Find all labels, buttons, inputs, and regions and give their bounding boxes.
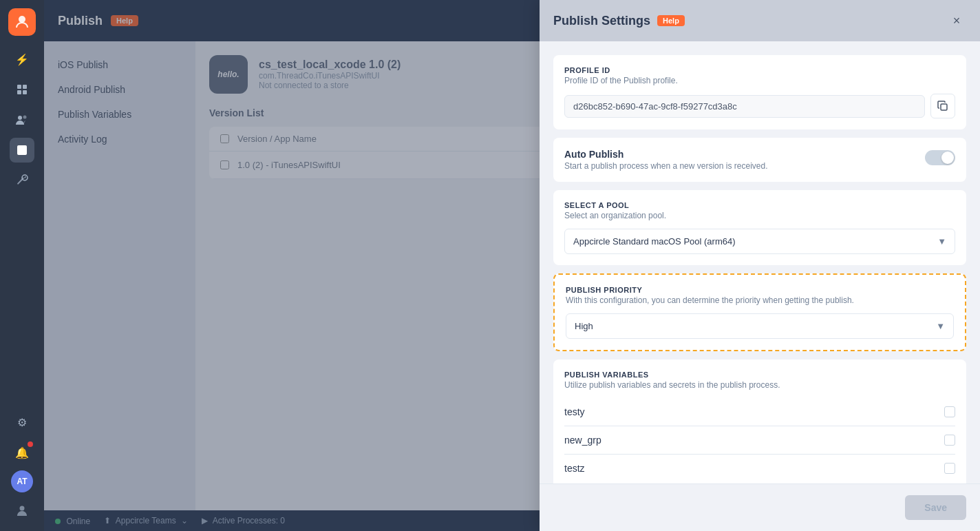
svg-rect-8: [19, 149, 25, 150]
profile-id-desc: Profile ID of the Publish profile.: [564, 76, 955, 85]
pool-select-value: Appcircle Standard macOS Pool (arm64): [573, 236, 736, 247]
grid-icon[interactable]: [10, 77, 34, 102]
svg-rect-1: [17, 85, 21, 89]
svg-point-6: [23, 116, 27, 119]
publish-variables-desc: Utilize publish variables and secrets in…: [564, 380, 955, 390]
toggle-row: Auto Publish Start a publish process whe…: [564, 149, 955, 171]
svg-rect-4: [23, 90, 27, 94]
app-logo[interactable]: [8, 8, 36, 36]
profile-id-label: PROFILE ID: [564, 66, 955, 74]
panel-help-badge[interactable]: Help: [657, 15, 685, 26]
variable-name: testz: [564, 463, 585, 474]
svg-point-0: [19, 16, 25, 23]
publish-variables-label: PUBLISH VARIABLES: [564, 371, 955, 379]
variable-checkbox[interactable]: [944, 406, 955, 417]
publish-icon[interactable]: [10, 138, 34, 163]
select-pool-section: SELECT A POOL Select an organization poo…: [553, 190, 966, 265]
variable-name: testy: [564, 406, 585, 417]
pool-select-arrow: ▼: [937, 236, 946, 247]
profile-id-row: d26bc852-b690-47ac-9cf8-f59277cd3a8c: [564, 94, 955, 118]
main-area: Publish Help iOS Publish Android Publish…: [44, 0, 980, 531]
priority-select-value: High: [575, 321, 593, 331]
notification-icon[interactable]: 🔔: [10, 440, 34, 465]
svg-rect-3: [17, 90, 21, 94]
auto-publish-toggle[interactable]: [925, 150, 955, 165]
profile-id-value: d26bc852-b690-47ac-9cf8-f59277cd3a8c: [564, 95, 925, 118]
users-icon[interactable]: [10, 107, 34, 132]
pipeline-icon[interactable]: ⚡: [10, 47, 34, 72]
panel-header-left: Publish Settings Help: [553, 14, 685, 28]
auto-publish-desc: Start a publish process when a new versi…: [564, 161, 767, 171]
user-avatar[interactable]: AT: [11, 470, 33, 492]
publish-priority-label: PUBLISH PRIORITY: [566, 286, 954, 294]
select-pool-label: SELECT A POOL: [564, 201, 955, 209]
panel-title: Publish Settings: [553, 14, 650, 28]
tools-icon[interactable]: [10, 168, 34, 193]
copy-button[interactable]: [930, 94, 955, 118]
priority-select-dropdown[interactable]: High ▼: [566, 313, 954, 339]
toggle-info: Auto Publish Start a publish process whe…: [564, 149, 767, 171]
svg-rect-12: [941, 104, 947, 110]
variable-checkbox[interactable]: [944, 435, 955, 446]
svg-point-11: [20, 506, 25, 511]
close-button[interactable]: ×: [947, 11, 966, 30]
publish-variables-section: PUBLISH VARIABLES Utilize publish variab…: [553, 360, 966, 483]
svg-rect-9: [19, 151, 23, 152]
auto-publish-title: Auto Publish: [564, 149, 767, 160]
list-item: testz: [564, 455, 955, 482]
list-item: testy: [564, 398, 955, 426]
variable-checkbox[interactable]: [944, 463, 955, 474]
list-item: new_grp: [564, 426, 955, 455]
publish-priority-desc: With this configuration, you can determi…: [566, 295, 954, 305]
panel-body: PROFILE ID Profile ID of the Publish pro…: [540, 41, 980, 483]
select-pool-desc: Select an organization pool.: [564, 211, 955, 220]
profile-id-section: PROFILE ID Profile ID of the Publish pro…: [553, 55, 966, 129]
settings-icon[interactable]: ⚙: [10, 410, 34, 435]
save-button[interactable]: Save: [905, 495, 966, 520]
svg-point-5: [18, 116, 22, 120]
panel-footer: Save: [540, 483, 980, 531]
variables-list: testy new_grp testz: [564, 398, 955, 482]
auto-publish-section: Auto Publish Start a publish process whe…: [553, 138, 966, 182]
icon-sidebar: ⚡ ⚙ 🔔 A: [0, 0, 44, 531]
svg-rect-7: [17, 145, 27, 155]
pool-select-dropdown[interactable]: Appcircle Standard macOS Pool (arm64) ▼: [564, 229, 955, 254]
publish-priority-section: PUBLISH PRIORITY With this configuration…: [553, 273, 966, 351]
priority-select-arrow: ▼: [936, 321, 945, 331]
user-icon[interactable]: [10, 498, 34, 523]
variable-name: new_grp: [564, 435, 601, 446]
svg-rect-2: [23, 85, 27, 89]
publish-settings-panel: Publish Settings Help × PROFILE ID Profi…: [540, 0, 980, 531]
panel-header: Publish Settings Help ×: [540, 0, 980, 41]
